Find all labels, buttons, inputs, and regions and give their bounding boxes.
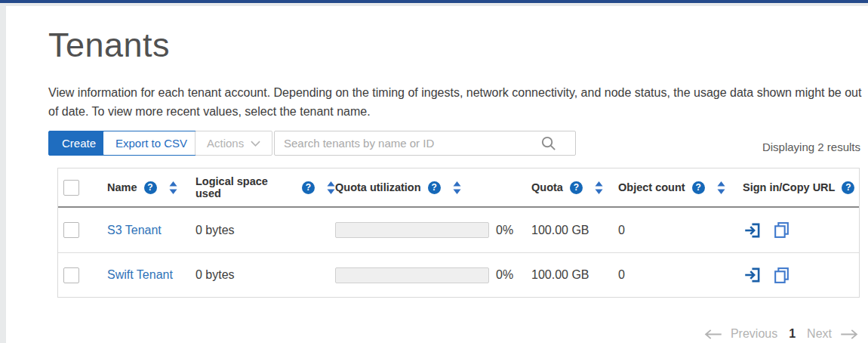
quota-utilization-percent: 0% [496,224,513,237]
column-header-object-count: Object count [618,181,685,193]
quota-utilization-percent: 0% [496,268,513,282]
tenant-name-link[interactable]: Swift Tenant [107,268,173,281]
previous-arrow-icon[interactable] [703,329,722,340]
top-accent-bar [0,0,868,3]
results-count: Displaying 2 results [762,141,860,153]
column-header-quota: Quota [531,181,563,193]
sign-in-icon[interactable] [743,265,762,285]
page-description: View information for each tenant account… [48,83,862,121]
help-icon[interactable]: ? [144,181,157,194]
actions-dropdown-button[interactable]: Actions [195,131,272,156]
actions-label: Actions [207,137,244,150]
row-checkbox[interactable] [63,267,79,283]
quota-value: 100.00 GB [531,268,618,282]
sort-icon[interactable] [453,181,461,194]
quota-value: 100.00 GB [531,224,618,237]
help-icon[interactable]: ? [692,181,705,194]
main-panel: Tenants View information for each tenant… [6,6,868,343]
quota-utilization-bar [335,267,489,283]
logical-space-used-value: 0 bytes [195,224,335,237]
column-header-name: Name [107,181,137,193]
sort-icon[interactable] [169,181,177,194]
previous-button[interactable]: Previous [731,327,777,341]
help-icon[interactable]: ? [842,181,854,194]
current-page[interactable]: 1 [786,327,799,341]
tenant-name-link[interactable]: S3 Tenant [107,224,162,236]
pagination: Previous 1 Next [703,322,859,343]
help-icon[interactable]: ? [570,181,583,194]
column-header-logical-space: Logical space used [195,175,295,199]
table-header-row: Name ? Logical space used ? Quota utiliz… [58,168,859,208]
next-arrow-icon[interactable] [840,329,859,340]
sort-icon[interactable] [327,181,335,194]
help-icon[interactable]: ? [428,181,441,194]
column-header-quota-utilization: Quota utilization [335,181,421,193]
object-count-value: 0 [618,224,735,237]
sort-icon[interactable] [595,181,603,194]
row-checkbox[interactable] [63,222,79,238]
copy-url-icon[interactable] [772,266,791,285]
search-icon[interactable] [540,134,557,155]
sort-icon[interactable] [717,181,725,194]
next-button[interactable]: Next [807,327,832,341]
table-row: S3 Tenant 0 bytes 0% 100.00 GB 0 [58,208,859,252]
help-icon[interactable]: ? [302,181,315,194]
page-title: Tenants [48,26,170,65]
search-input[interactable] [274,131,576,156]
copy-url-icon[interactable] [772,221,791,239]
search-box [274,131,576,156]
quota-utilization-bar [335,222,489,238]
table-row: Swift Tenant 0 bytes 0% 100.00 GB 0 [58,252,859,297]
export-csv-button[interactable]: Export to CSV [103,131,200,156]
tenants-table: Name ? Logical space used ? Quota utiliz… [57,168,860,298]
column-header-signin-copy-url: Sign in/Copy URL [743,181,835,193]
object-count-value: 0 [618,268,735,282]
logical-space-used-value: 0 bytes [195,268,335,282]
create-button[interactable]: Create [48,131,109,156]
sign-in-icon[interactable] [743,221,762,240]
select-all-checkbox[interactable] [63,180,79,196]
chevron-down-icon [251,141,260,147]
